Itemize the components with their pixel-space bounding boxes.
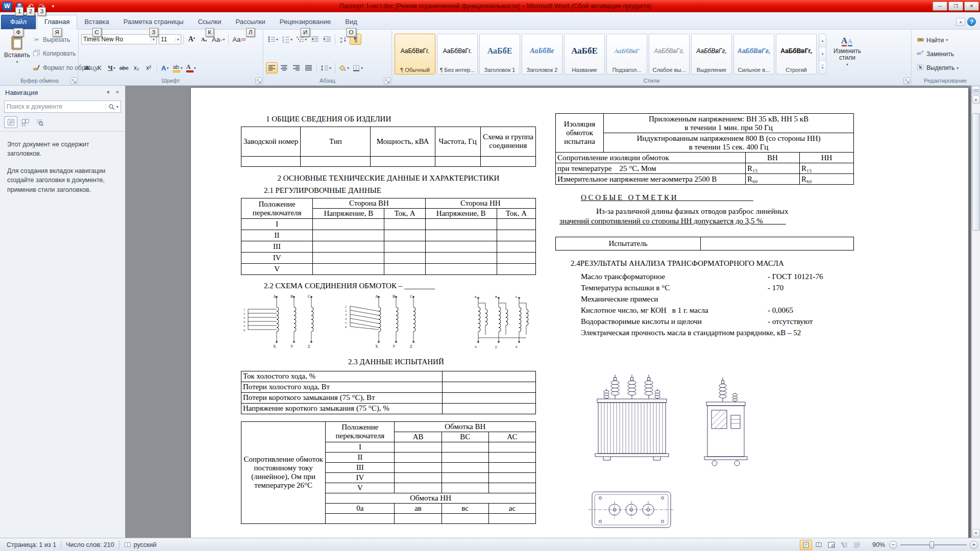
oil-value[interactable]: - 170 bbox=[768, 284, 853, 292]
zoom-out-button[interactable]: − bbox=[889, 541, 897, 549]
status-word-count[interactable]: Число слов: 210 bbox=[61, 538, 119, 551]
bold-button[interactable]: Ж bbox=[81, 62, 93, 73]
empty-cell[interactable] bbox=[384, 253, 425, 264]
empty-cell[interactable] bbox=[425, 241, 497, 253]
text-effects-button[interactable]: А▾ bbox=[159, 62, 171, 73]
save-button[interactable]: 1 bbox=[14, 2, 24, 11]
strikethrough-button[interactable]: abc bbox=[118, 62, 130, 73]
style-no-spacing[interactable]: АаБбВвГг.¶ Без интер... bbox=[437, 34, 478, 74]
increase-indent-button[interactable] bbox=[321, 34, 333, 45]
oil-value[interactable]: - 0,0065 bbox=[768, 306, 853, 315]
highlight-button[interactable]: ab▾ bbox=[172, 62, 184, 73]
empty-cell[interactable] bbox=[425, 264, 497, 275]
tab-page-layout[interactable]: Разметка страницы З bbox=[116, 15, 191, 29]
minimize-ribbon-button[interactable]: ▴ bbox=[956, 18, 965, 26]
style-heading1[interactable]: АаБбЕЗаголовок 1 bbox=[479, 34, 520, 74]
style-normal[interactable]: АаБбВвГг.¶ Обычный bbox=[395, 34, 435, 74]
empty-cell[interactable] bbox=[384, 230, 425, 241]
clear-formatting-button[interactable]: Аа bbox=[231, 34, 247, 45]
empty-cell[interactable] bbox=[488, 442, 535, 452]
word-logo-icon[interactable]: W bbox=[2, 2, 12, 11]
draft-view-button[interactable] bbox=[851, 540, 863, 550]
superscript-button[interactable]: х² bbox=[143, 62, 155, 73]
empty-cell[interactable] bbox=[313, 219, 384, 230]
nav-tab-pages[interactable] bbox=[18, 116, 32, 128]
navigation-menu-button[interactable]: ▼ bbox=[104, 88, 113, 96]
empty-cell[interactable] bbox=[488, 483, 535, 493]
empty-cell[interactable] bbox=[497, 253, 535, 264]
nav-search-button[interactable]: ▾ bbox=[106, 104, 118, 110]
borders-button[interactable]: ▾ bbox=[351, 62, 364, 73]
empty-cell[interactable] bbox=[442, 472, 488, 483]
empty-cell[interactable] bbox=[497, 264, 535, 275]
empty-cell[interactable] bbox=[313, 230, 384, 241]
value-cell[interactable]: R₁₅ bbox=[800, 163, 854, 174]
replace-button[interactable]: ab Заменить bbox=[914, 49, 976, 58]
tab-mailings[interactable]: Рассылки Л bbox=[229, 15, 273, 29]
empty-cell[interactable] bbox=[313, 253, 384, 264]
empty-cell[interactable] bbox=[480, 156, 535, 166]
restore-button[interactable]: ❐ bbox=[948, 2, 963, 11]
help-button[interactable]: ? bbox=[967, 17, 976, 26]
zoom-in-button[interactable]: + bbox=[970, 541, 978, 549]
empty-cell[interactable] bbox=[442, 483, 488, 493]
nav-tab-results[interactable] bbox=[33, 116, 46, 128]
tab-insert[interactable]: Вставка С bbox=[77, 15, 116, 29]
underline-button[interactable]: Ч▾ bbox=[106, 62, 117, 73]
align-right-button[interactable] bbox=[290, 62, 302, 73]
status-page-count[interactable]: Страница: 1 из 1 bbox=[2, 538, 61, 551]
style-title[interactable]: АаБбЕНазвание bbox=[564, 34, 605, 74]
empty-cell[interactable] bbox=[395, 452, 442, 462]
qat-customize-button[interactable]: ▾ bbox=[48, 2, 58, 11]
oil-value[interactable]: - отсутствуют bbox=[768, 317, 853, 326]
paste-button[interactable]: Вставить ▾ bbox=[4, 32, 31, 77]
font-color-button[interactable]: А▾ bbox=[185, 62, 198, 73]
print-layout-view-button[interactable] bbox=[800, 540, 812, 550]
empty-cell[interactable] bbox=[313, 264, 384, 275]
empty-cell[interactable] bbox=[384, 241, 425, 253]
font-size-combo[interactable]: 11 ▾ bbox=[159, 34, 181, 44]
empty-cell[interactable] bbox=[384, 264, 425, 275]
empty-cell[interactable] bbox=[395, 472, 442, 483]
empty-cell[interactable] bbox=[425, 230, 497, 241]
empty-cell[interactable] bbox=[442, 371, 535, 382]
tab-references[interactable]: Ссылки К bbox=[191, 15, 229, 29]
zoom-slider[interactable] bbox=[900, 541, 967, 549]
status-language[interactable]: русский bbox=[119, 538, 161, 551]
empty-cell[interactable] bbox=[313, 241, 384, 253]
empty-cell[interactable] bbox=[497, 219, 535, 230]
italic-button[interactable]: К bbox=[93, 62, 105, 73]
tab-review[interactable]: Рецензирование И bbox=[273, 15, 338, 29]
style-emphasis[interactable]: АаБбВвГг,Выделение bbox=[691, 34, 732, 74]
line-spacing-button[interactable]: ▾ bbox=[319, 62, 333, 73]
dialog-launcher-icon[interactable] bbox=[384, 78, 390, 84]
oil-value[interactable]: - ГОСТ 10121-76 bbox=[768, 272, 853, 281]
empty-cell[interactable] bbox=[301, 156, 371, 166]
change-styles-button[interactable]: АА Изменить стили ▾ bbox=[827, 32, 867, 77]
tab-view[interactable]: Вид О bbox=[338, 15, 364, 29]
gallery-down-button[interactable]: ▾ bbox=[819, 47, 826, 61]
outline-view-button[interactable] bbox=[838, 540, 850, 550]
navigation-close-button[interactable]: ✕ bbox=[113, 88, 122, 96]
scroll-up-button[interactable]: ▴ bbox=[972, 95, 980, 104]
zoom-slider-thumb[interactable] bbox=[929, 541, 934, 548]
minimize-button[interactable]: ─ bbox=[933, 2, 947, 11]
bullets-button[interactable]: ▾ bbox=[266, 34, 280, 45]
empty-cell[interactable] bbox=[384, 219, 425, 230]
empty-cell[interactable] bbox=[425, 253, 497, 264]
web-layout-view-button[interactable] bbox=[825, 540, 838, 550]
fullscreen-reading-view-button[interactable] bbox=[813, 540, 825, 550]
empty-cell[interactable] bbox=[442, 442, 488, 452]
value-cell[interactable]: R₆₀ bbox=[800, 174, 854, 185]
empty-cell[interactable] bbox=[241, 156, 301, 166]
empty-cell[interactable] bbox=[442, 513, 488, 523]
empty-cell[interactable] bbox=[442, 392, 535, 403]
scroll-down-button[interactable]: ▾ bbox=[972, 529, 980, 537]
tab-home[interactable]: Главная Я bbox=[37, 15, 77, 30]
gallery-up-button[interactable]: ▴ bbox=[819, 34, 826, 47]
close-button[interactable]: ✕ bbox=[964, 2, 979, 11]
style-subtitle[interactable]: АаБбВвГПодзагол... bbox=[606, 34, 647, 74]
style-strong[interactable]: АаБбВвГг,Строгий bbox=[776, 34, 817, 74]
empty-cell[interactable] bbox=[488, 472, 535, 483]
decrease-indent-button[interactable] bbox=[309, 34, 321, 45]
